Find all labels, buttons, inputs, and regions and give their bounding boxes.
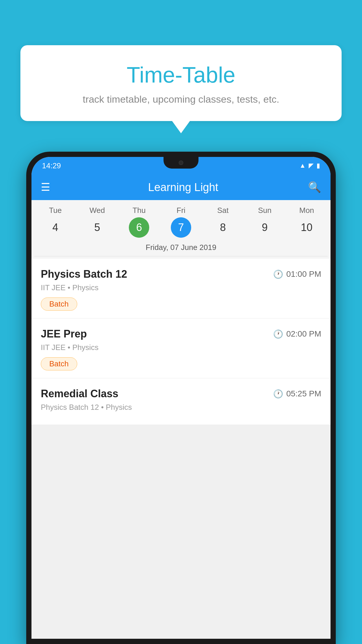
clock-icon-2: 🕐 (273, 329, 283, 339)
day-num-mon: 10 (296, 217, 317, 238)
calendar-strip: Tue 4 Wed 5 Thu 6 Fri 7 Sat 8 (31, 200, 331, 259)
day-name-sun: Sun (258, 206, 271, 215)
hamburger-icon[interactable]: ☰ (41, 182, 50, 192)
battery-icon: ▮ (317, 162, 320, 169)
day-name-thu: Thu (133, 206, 146, 215)
wifi-icon: ▲ (299, 162, 306, 169)
phone-frame: 14:29 ▲ ◤ ▮ ☰ Learning Light 🔍 Tue 4 (26, 152, 336, 644)
day-col-thu[interactable]: Thu 6 (126, 206, 152, 238)
day-name-wed: Wed (89, 206, 105, 215)
schedule-item-1[interactable]: Physics Batch 12 🕐 01:00 PM IIT JEE • Ph… (31, 259, 331, 318)
schedule-item-1-subtitle: IIT JEE • Physics (41, 283, 321, 292)
clock-icon-3: 🕐 (273, 389, 283, 399)
clock-icon-1: 🕐 (273, 270, 283, 279)
schedule-item-1-time-text: 01:00 PM (286, 270, 321, 279)
day-num-sat: 8 (213, 217, 233, 238)
day-name-mon: Mon (299, 206, 314, 215)
schedule-item-3-time: 🕐 05:25 PM (273, 389, 321, 399)
page-subtitle: track timetable, upcoming classes, tests… (32, 94, 330, 105)
search-icon[interactable]: 🔍 (308, 181, 321, 193)
day-num-sun: 9 (254, 217, 275, 238)
day-name-fri: Fri (177, 206, 185, 215)
camera-dot (179, 160, 183, 165)
day-name-tue: Tue (49, 206, 62, 215)
days-row: Tue 4 Wed 5 Thu 6 Fri 7 Sat 8 (34, 206, 328, 238)
phone-inner: 14:29 ▲ ◤ ▮ ☰ Learning Light 🔍 Tue 4 (31, 157, 331, 639)
schedule-item-1-header: Physics Batch 12 🕐 01:00 PM (41, 268, 321, 280)
schedule-item-3-subtitle: Physics Batch 12 • Physics (41, 403, 321, 412)
schedule-item-2-time: 🕐 02:00 PM (273, 329, 321, 339)
signal-icon: ◤ (309, 162, 314, 169)
batch-badge-1: Batch (41, 298, 77, 311)
schedule-item-1-title: Physics Batch 12 (41, 268, 127, 280)
day-num-thu: 6 (129, 217, 149, 238)
speech-bubble: Time-Table track timetable, upcoming cla… (20, 45, 342, 121)
page-title: Time-Table (32, 63, 330, 87)
notch (164, 157, 198, 169)
batch-badge-2: Batch (41, 357, 77, 370)
schedule-item-2[interactable]: JEE Prep 🕐 02:00 PM IIT JEE • Physics Ba… (31, 318, 331, 378)
day-col-sun[interactable]: Sun 9 (252, 206, 277, 238)
calendar-date-label: Friday, 07 June 2019 (34, 240, 328, 256)
status-bar: 14:29 ▲ ◤ ▮ (31, 157, 331, 174)
day-num-tue: 4 (45, 217, 66, 238)
schedule-item-3-time-text: 05:25 PM (286, 389, 321, 398)
day-col-fri[interactable]: Fri 7 (168, 206, 194, 238)
day-col-mon[interactable]: Mon 10 (294, 206, 319, 238)
day-col-wed[interactable]: Wed 5 (85, 206, 110, 238)
schedule-item-1-time: 🕐 01:00 PM (273, 270, 321, 279)
schedule-item-3-title: Remedial Class (41, 388, 118, 400)
day-num-fri: 7 (171, 217, 191, 238)
schedule-item-2-title: JEE Prep (41, 328, 87, 340)
speech-bubble-wrapper: Time-Table track timetable, upcoming cla… (20, 45, 342, 121)
status-time: 14:29 (42, 161, 61, 170)
schedule-item-3[interactable]: Remedial Class 🕐 05:25 PM Physics Batch … (31, 378, 331, 425)
day-col-tue[interactable]: Tue 4 (43, 206, 68, 238)
status-icons: ▲ ◤ ▮ (299, 162, 320, 169)
day-col-sat[interactable]: Sat 8 (210, 206, 236, 238)
schedule-item-3-header: Remedial Class 🕐 05:25 PM (41, 388, 321, 400)
schedule-item-2-header: JEE Prep 🕐 02:00 PM (41, 328, 321, 340)
schedule-item-2-subtitle: IIT JEE • Physics (41, 343, 321, 352)
day-name-sat: Sat (217, 206, 229, 215)
schedule-list: Physics Batch 12 🕐 01:00 PM IIT JEE • Ph… (31, 259, 331, 425)
app-bar-title: Learning Light (58, 181, 308, 194)
app-bar: ☰ Learning Light 🔍 (31, 174, 331, 200)
schedule-item-2-time-text: 02:00 PM (286, 329, 321, 339)
day-num-wed: 5 (87, 217, 108, 238)
